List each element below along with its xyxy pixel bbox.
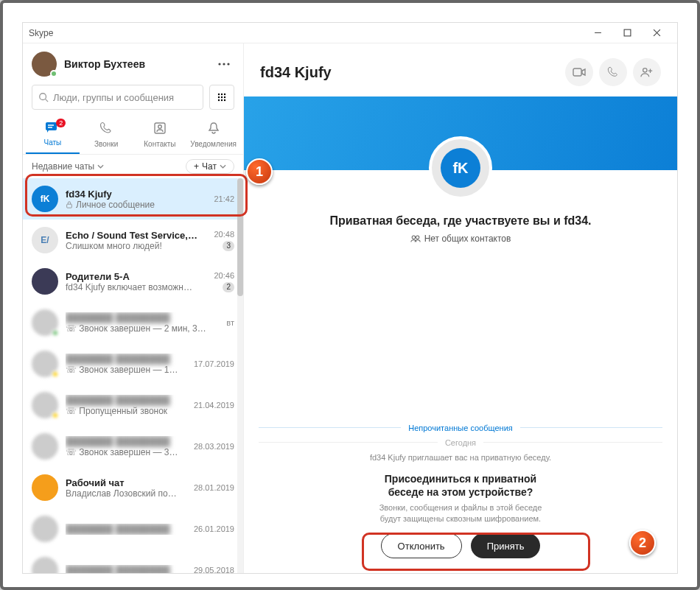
- presence-dot-icon: [52, 370, 59, 378]
- unread-badge: 2: [223, 282, 234, 292]
- chat-item[interactable]: ███████ ████████☏ Звонок завершен — 2 ми…: [23, 302, 243, 343]
- chat-name: Рабочий чат: [66, 477, 186, 488]
- add-participant-button[interactable]: [633, 58, 661, 86]
- svg-point-17: [224, 99, 225, 101]
- chat-icon: 2: [45, 122, 60, 137]
- recent-chats-label: Недавние чаты: [32, 161, 94, 172]
- phone-icon: [99, 122, 113, 138]
- svg-rect-1: [624, 29, 631, 36]
- more-button[interactable]: [214, 54, 234, 74]
- chat-time: 28.03.2019: [194, 442, 234, 451]
- profile-name: Виктор Бухтеев: [64, 58, 214, 70]
- tab-chats[interactable]: 2 Чаты: [26, 116, 80, 154]
- chat-time: 21:42: [214, 194, 234, 203]
- chat-name: ███████ ████████: [66, 565, 186, 574]
- svg-rect-23: [67, 204, 72, 208]
- presence-dot-icon: [52, 329, 59, 337]
- svg-point-14: [224, 96, 225, 98]
- annotation-callout-2: 2: [629, 530, 656, 556]
- plus-icon: +: [194, 161, 199, 172]
- audio-call-button[interactable]: [599, 58, 627, 86]
- chat-item[interactable]: ███████ ████████29.05.2018: [23, 549, 243, 573]
- svg-point-11: [224, 94, 225, 95]
- search-input[interactable]: Люди, группы и сообщения: [32, 85, 203, 110]
- chat-avatar: [32, 309, 58, 336]
- chat-avatar: [32, 392, 58, 418]
- chat-name: ███████ ████████: [66, 436, 186, 447]
- recent-chats-dropdown[interactable]: Недавние чаты: [32, 161, 104, 172]
- bell-icon: [207, 122, 220, 138]
- svg-point-28: [412, 236, 415, 239]
- chat-item[interactable]: ███████ ████████☏ Звонок завершен — 1…17…: [23, 343, 243, 384]
- chat-name: ███████ ████████: [66, 354, 186, 365]
- avatar: [32, 52, 57, 77]
- chat-item[interactable]: ███████ ████████26.01.2019: [23, 508, 243, 549]
- svg-point-7: [40, 94, 46, 100]
- titlebar-title: Skype: [29, 28, 583, 38]
- decline-button[interactable]: Отклонить: [381, 533, 462, 558]
- join-question: Присоединиться к приватной беседе на это…: [259, 472, 662, 500]
- svg-point-13: [221, 96, 223, 98]
- profile-row[interactable]: Виктор Бухтеев: [23, 43, 243, 85]
- video-call-button[interactable]: [565, 58, 593, 86]
- chat-item[interactable]: ███████ ████████☏ Пропущенный звонок21.0…: [23, 384, 243, 426]
- chat-avatar: fK: [32, 186, 58, 212]
- chat-avatar: [32, 474, 58, 501]
- chat-name: ███████ ████████: [66, 524, 186, 535]
- tab-notifications[interactable]: Уведомления: [186, 116, 240, 154]
- svg-point-16: [221, 99, 223, 101]
- invite-text: fd34 Kjufy приглашает вас на приватную б…: [259, 453, 662, 462]
- svg-point-9: [218, 94, 220, 95]
- private-conversation-headline: Приватная беседа, где участвуете вы и fd…: [244, 214, 677, 228]
- sidebar: Виктор Бухтеев Люди, группы и сообщения …: [23, 43, 244, 573]
- chat-item[interactable]: Родители 5-Аfd34 Kjufy включает возможн……: [23, 261, 243, 302]
- chat-name: ███████ ████████: [66, 395, 186, 406]
- svg-point-15: [218, 99, 220, 101]
- chat-avatar: [32, 433, 58, 460]
- conversation-title: fd34 Kjufy: [260, 64, 559, 81]
- tab-notifications-label: Уведомления: [190, 140, 237, 148]
- tab-contacts[interactable]: Контакты: [133, 116, 187, 154]
- chat-avatar: [32, 516, 58, 542]
- minimize-icon: [594, 29, 602, 37]
- svg-point-4: [218, 63, 220, 65]
- dialpad-button[interactable]: [209, 85, 234, 110]
- chat-time: 28.01.2019: [194, 483, 234, 492]
- tab-calls[interactable]: Звонки: [80, 116, 133, 154]
- presence-dot-icon: [50, 70, 57, 77]
- chat-item[interactable]: fKfd34 KjufyЛичное сообщение21:42: [23, 178, 243, 220]
- maximize-icon: [623, 29, 631, 37]
- video-icon: [573, 68, 586, 77]
- scrollbar-thumb[interactable]: [237, 178, 243, 296]
- chat-item[interactable]: Рабочий чатВладислав Лозовский по…28.01.…: [23, 467, 243, 508]
- window-minimize-button[interactable]: [583, 25, 612, 41]
- add-user-icon: [640, 66, 654, 78]
- chat-item[interactable]: E/Echo / Sound Test Service,…Слишком мно…: [23, 220, 243, 261]
- chat-name: ███████ ████████: [66, 312, 219, 323]
- chat-avatar: [32, 351, 58, 377]
- new-chat-button[interactable]: + Чат: [186, 159, 234, 174]
- svg-point-12: [218, 96, 220, 98]
- tab-chats-label: Чаты: [43, 138, 61, 147]
- chat-preview: Слишком много людей!: [66, 241, 206, 251]
- chats-badge: 2: [56, 119, 66, 127]
- chat-preview: ☏ Звонок завершен — 1…: [66, 365, 186, 375]
- chat-preview: ☏ Звонок завершен — 3…: [66, 447, 186, 457]
- chat-time: 26.01.2019: [194, 524, 234, 533]
- new-chat-label: Чат: [202, 161, 217, 172]
- chat-scrollbar[interactable]: [237, 178, 243, 573]
- svg-point-5: [223, 63, 225, 65]
- chevron-down-icon: [97, 164, 104, 169]
- window-maximize-button[interactable]: [612, 25, 642, 41]
- svg-line-8: [46, 99, 49, 102]
- close-icon: [653, 29, 661, 37]
- svg-rect-18: [46, 122, 57, 130]
- chat-item[interactable]: ███████ ████████☏ Звонок завершен — 3…28…: [23, 426, 243, 467]
- svg-point-10: [221, 94, 223, 95]
- chevron-down-icon: [220, 164, 226, 169]
- conversation-panel: fd34 Kjufy fK Приватная беседа, где учас…: [244, 43, 677, 573]
- chat-avatar: [32, 557, 58, 573]
- window-close-button[interactable]: [642, 25, 671, 41]
- chat-time: 20:462: [214, 271, 234, 292]
- accept-button[interactable]: Принять: [471, 533, 541, 558]
